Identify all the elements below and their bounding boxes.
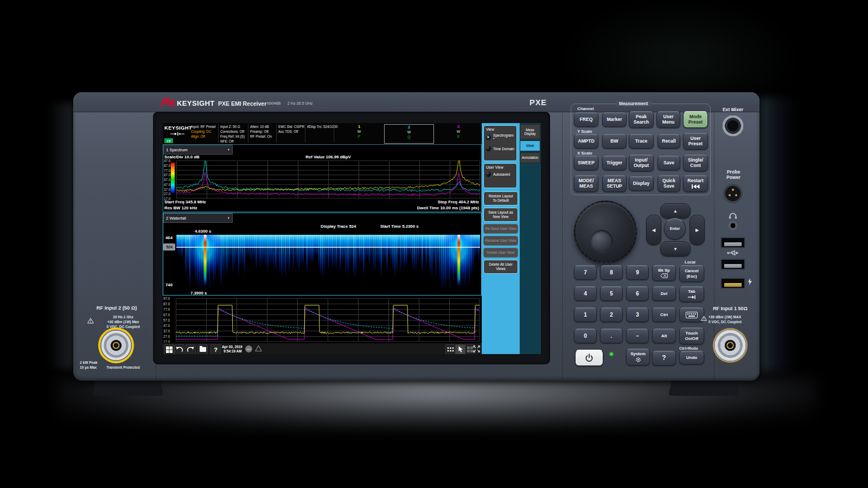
help-button[interactable]: ? <box>210 344 221 354</box>
key-7[interactable]: 7 <box>574 265 597 280</box>
arrow-left-button[interactable]: ◀ <box>646 215 661 245</box>
alt-button[interactable]: Alt <box>652 329 676 343</box>
warning-triangle-icon <box>701 316 707 321</box>
key-8[interactable]: 8 <box>600 265 623 280</box>
key-0[interactable]: 0 <box>574 329 597 343</box>
start-time-label: Start Time 5.2300 s <box>380 224 419 229</box>
key-6[interactable]: 6 <box>626 286 649 301</box>
undo-button[interactable] <box>174 344 184 354</box>
taskbar-date[interactable]: Apr 03, 2019 <box>222 345 242 349</box>
tab-label: Tab <box>688 289 695 294</box>
backspace-button[interactable]: Bk Sp <box>652 265 676 281</box>
delete-all-user-views-button[interactable]: Delete All User Views <box>483 260 518 274</box>
ctrl-button[interactable]: Ctrl <box>652 307 676 322</box>
tab-annotation[interactable]: Annotation <box>520 152 540 163</box>
rename-user-view-button: Rename User View <box>483 236 518 246</box>
fullscreen-button[interactable] <box>472 344 481 354</box>
save-layout-button[interactable]: Save Layout as New View <box>483 208 518 222</box>
menu-panel: View Spectrogram * Time Domain User View… <box>482 123 520 354</box>
arrow-down-button[interactable]: ▼ <box>660 241 691 256</box>
start-freq-label: Start Freq 345.8 MHz <box>164 200 206 204</box>
trace-cell-2-selected[interactable]: 2 W Q <box>384 124 434 144</box>
restart-button[interactable]: Restart <box>683 175 708 192</box>
del-button[interactable]: Del <box>652 286 676 301</box>
mode-preset-button[interactable]: Mode Preset <box>683 111 708 128</box>
touch-on-off-button[interactable]: Touch On/Off <box>679 328 704 344</box>
message-bubble-icon[interactable]: ••• <box>245 345 252 352</box>
bw-button[interactable]: BW <box>602 134 627 149</box>
key-decimal[interactable]: . <box>600 329 623 343</box>
touch-pointer-button[interactable] <box>455 344 465 354</box>
mode-meas-button[interactable]: MODE/ MEAS <box>574 175 598 192</box>
display-button[interactable]: Display <box>629 176 654 191</box>
file-explorer-button[interactable] <box>197 344 208 354</box>
instrument-foot <box>668 380 740 396</box>
quick-save-button[interactable]: Quick Save <box>658 175 680 192</box>
system-button[interactable]: System <box>626 349 650 365</box>
key-5[interactable]: 5 <box>600 286 623 301</box>
alert-triangle-icon[interactable] <box>255 345 262 352</box>
radio-time-domain[interactable]: Time Domain <box>486 146 515 151</box>
cancel-esc-button[interactable]: Cancel (Esc) <box>679 265 704 282</box>
settings-bar[interactable]: KEYSIGHT LV Input: RF Presel Coupling: D… <box>163 123 482 145</box>
recall-button[interactable]: Recall <box>658 134 680 149</box>
arrow-up-button[interactable]: ▲ <box>660 203 691 219</box>
single-cont-button[interactable]: Single/ Cont <box>683 155 708 171</box>
system-label: System <box>630 351 646 357</box>
radio-autosaved[interactable]: Autosaved <box>486 171 515 177</box>
taskbar-time[interactable]: 9:54:19 AM <box>224 349 242 354</box>
ext-mixer-label: Ext Mixer <box>717 107 749 112</box>
user-menu-button[interactable]: User Menu <box>656 111 680 128</box>
input-output-button[interactable]: Input/ Output <box>629 155 654 171</box>
y-axis-label: 47.0 <box>164 182 170 186</box>
trigger-button[interactable]: Trigger <box>602 156 627 170</box>
spectrum-window[interactable]: 1 Spectrum ▼ Scale/Div 10.0 dB Ref Value… <box>163 144 482 212</box>
taskbar[interactable]: ? Apr 03, 2019 9:54:19 AM ••• <box>163 343 482 354</box>
freq-button[interactable]: FREQ <box>574 112 598 127</box>
trace-cell-1[interactable]: 1 W P <box>335 124 384 143</box>
enter-button[interactable]: Enter <box>664 218 686 240</box>
save-button[interactable]: Save <box>658 156 680 170</box>
marker-button[interactable]: Marker <box>602 112 627 127</box>
windows-start-button[interactable] <box>164 344 174 354</box>
arrow-left-icon: ◀ <box>652 228 655 233</box>
peak-search-button[interactable]: Peak Search <box>629 111 654 128</box>
spectrum-plot[interactable] <box>176 160 480 198</box>
key-2[interactable]: 2 <box>600 307 623 322</box>
waterfall-plot[interactable] <box>176 235 480 292</box>
radio-spectrogram[interactable]: Spectrogram * <box>486 133 515 141</box>
key-4[interactable]: 4 <box>574 286 597 301</box>
arrow-right-button[interactable]: ▶ <box>690 215 705 245</box>
help-key-button[interactable]: ? <box>652 351 676 365</box>
user-preset-button[interactable]: User Preset <box>683 133 708 150</box>
marker-row-tab[interactable]: 524 <box>163 243 175 251</box>
sweep-button[interactable]: SWEEP <box>574 156 598 170</box>
undo-key-button[interactable]: Undo <box>679 351 704 364</box>
key-1[interactable]: 1 <box>574 307 597 322</box>
amptd-button[interactable]: AMPTD <box>574 134 598 149</box>
touchscreen[interactable]: KEYSIGHT LV Input: RF Presel Coupling: D… <box>163 123 541 354</box>
timedomain-window[interactable]: 97.0 87.0 77.0 67.0 57.0 47.0 37.0 27.0 … <box>163 297 482 343</box>
app-grid-button[interactable] <box>445 344 456 354</box>
tab-meas-display[interactable]: Meas Display <box>520 124 540 139</box>
background-smear <box>564 0 797 98</box>
probe-power-label: Probe Power <box>719 169 748 180</box>
status-line: RF Presel: On <box>250 134 272 139</box>
power-button[interactable] <box>575 350 603 366</box>
spectrum-window-selector[interactable]: 1 Spectrum ▼ <box>163 145 233 155</box>
trace-cell-3[interactable]: 3 W E <box>434 124 483 143</box>
y-axis-label: 57.0 <box>163 318 170 322</box>
key-9[interactable]: 9 <box>626 265 649 280</box>
waterfall-window-selector[interactable]: 2 Waterfall ▼ <box>163 213 233 223</box>
meas-setup-button[interactable]: MEAS SETUP <box>602 175 627 192</box>
tab-button[interactable]: Tab <box>679 286 704 302</box>
restore-layout-button[interactable]: Restore Layout To Default <box>483 191 518 206</box>
instrument-foot <box>92 380 164 396</box>
key-3[interactable]: 3 <box>626 307 649 322</box>
key-minus[interactable]: – <box>626 329 649 343</box>
waterfall-window[interactable]: 2 Waterfall ▼ Display Trace 524 Start Ti… <box>163 213 482 296</box>
trace-button[interactable]: Trace <box>629 134 654 149</box>
tab-view[interactable]: View <box>520 140 540 151</box>
redo-button[interactable] <box>186 344 196 354</box>
timedomain-plot[interactable] <box>176 298 480 342</box>
